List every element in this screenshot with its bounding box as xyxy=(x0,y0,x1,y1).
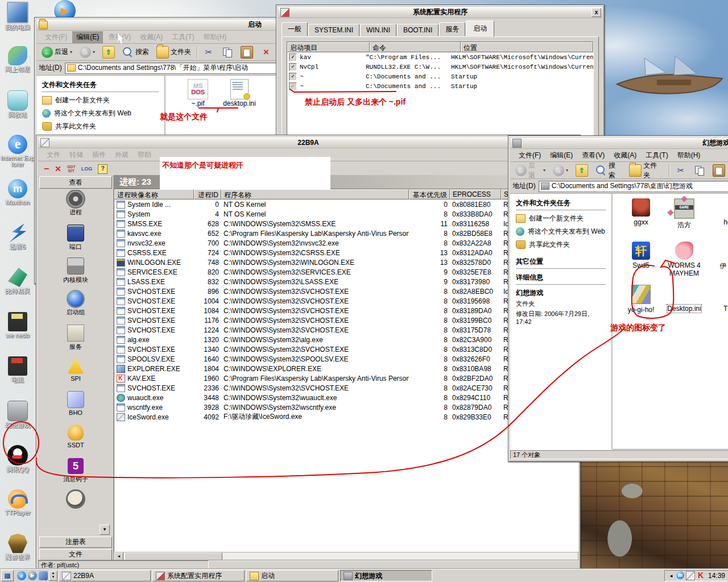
desktop-icon[interactable]: 幻想游戏 xyxy=(0,399,35,443)
quick-launch-icon[interactable] xyxy=(39,571,48,580)
remove-icon[interactable]: − xyxy=(44,164,49,174)
menu-item[interactable]: 文件(F) xyxy=(41,31,71,43)
column-header[interactable]: 程序名称 xyxy=(221,189,409,199)
folders-button[interactable]: 文件夹 xyxy=(626,159,666,182)
quick-launch-expander[interactable]: ▲▼ xyxy=(49,571,57,581)
close-button[interactable]: x xyxy=(592,8,601,17)
quick-launch-icon[interactable] xyxy=(28,571,37,580)
search-button[interactable]: 搜索 xyxy=(119,45,152,60)
up-button[interactable] xyxy=(573,163,591,178)
msconfig-titlebar[interactable]: 系统配置实用程序 x xyxy=(278,7,602,18)
menu-item[interactable]: 插件 xyxy=(88,149,110,161)
task-link[interactable]: 共享此文件夹 xyxy=(516,240,606,250)
menu-item[interactable]: 帮助(H) xyxy=(673,149,705,161)
tab[interactable]: 服务 xyxy=(439,22,465,36)
tray-icon[interactable] xyxy=(686,571,695,580)
scrollbar-thumb[interactable] xyxy=(125,552,222,560)
tray-icon[interactable] xyxy=(697,571,705,579)
sidebar-item[interactable]: 端口 xyxy=(38,223,113,257)
copy-button[interactable] xyxy=(691,163,708,178)
registry-button[interactable]: 注册表 xyxy=(39,537,112,548)
tray-icon[interactable] xyxy=(676,571,684,579)
column-header[interactable]: 命令 xyxy=(370,42,461,52)
column-header[interactable]: 启动项目 xyxy=(287,42,370,52)
desktop-icon[interactable]: 迅雷5 xyxy=(0,222,35,266)
desktop-icon[interactable]: 比特精灵 xyxy=(0,266,35,310)
menu-item[interactable]: 编辑(E) xyxy=(546,149,577,161)
startup-item-row[interactable]: kav "C:\Program Files... HKLM\SOFTWARE\M… xyxy=(287,52,593,62)
task-link[interactable]: 创建一个新文件夹 xyxy=(516,214,606,223)
horizontal-scrollbar[interactable]: ◄ xyxy=(114,552,578,561)
file-button[interactable]: 文件 xyxy=(39,549,112,560)
sidebar-item[interactable]: 进程 xyxy=(38,190,113,223)
file-item[interactable]: desktop.ini xyxy=(220,79,259,107)
forward-button[interactable]: ▾ xyxy=(550,163,571,178)
other-places-header[interactable]: 其它位置 xyxy=(516,253,606,269)
icesword-titlebar[interactable]: 22B9A xyxy=(38,137,578,148)
desktop-icon[interactable]: Maxthon xyxy=(0,177,35,222)
file-item[interactable]: ho xyxy=(706,198,728,242)
file-item[interactable]: Desktop.ini xyxy=(663,285,706,328)
file-item[interactable]: ggxx xyxy=(619,198,663,242)
up-button[interactable] xyxy=(100,44,118,60)
desktop-icon[interactable]: TTPlayer xyxy=(0,488,35,532)
desktop-icon[interactable]: we nedo xyxy=(0,310,35,355)
file-item[interactable]: yo-gi-ho! xyxy=(619,285,663,328)
tab[interactable]: 一般 xyxy=(282,22,308,36)
menu-item[interactable]: 文件 xyxy=(43,149,64,161)
sidebar-item[interactable]: 内核模块 xyxy=(38,256,113,290)
forward-button[interactable]: ▾ xyxy=(77,45,98,60)
paste-button[interactable] xyxy=(710,163,728,178)
column-header[interactable]: 进程ID xyxy=(194,189,221,199)
sidebar-item[interactable]: 服务 xyxy=(38,323,113,357)
task-link[interactable]: 共享此文件夹 xyxy=(42,122,159,131)
startup-item-row[interactable]: NvCpl RUNDLL32.EXE C:\W... HKLM\SOFTWARE… xyxy=(287,62,593,72)
column-header[interactable]: 进程映像名称 xyxy=(114,189,194,199)
sidebar-item[interactable]: SSDT xyxy=(38,423,113,457)
checkbox[interactable] xyxy=(289,63,297,71)
file-item[interactable]: Th xyxy=(706,285,728,328)
checkbox[interactable] xyxy=(289,53,297,61)
desktop-icon[interactable]: 网上邻居 xyxy=(0,44,35,89)
help-icon[interactable]: ? xyxy=(98,164,107,174)
desktop-icon[interactable]: 回收站 xyxy=(0,89,35,133)
view-header-button[interactable]: 查看 xyxy=(39,176,112,189)
taskbar-window-button[interactable]: 22B9A xyxy=(59,570,151,581)
sidebar-item[interactable] xyxy=(38,490,113,523)
cut-button[interactable] xyxy=(672,163,689,178)
menu-item[interactable]: 转储 xyxy=(65,149,87,161)
details-header[interactable]: 详细信息 xyxy=(516,269,606,285)
taskbar-window-button[interactable]: 幻想游戏 xyxy=(340,570,432,581)
checkbox[interactable] xyxy=(289,73,297,81)
task-link[interactable]: 将这个文件夹发布到 Web xyxy=(516,227,606,236)
fantasy-titlebar[interactable]: 幻想游戏 xyxy=(510,138,728,149)
desktop-icon[interactable]: 腾讯QQ xyxy=(0,443,35,488)
tab[interactable]: WIN.INI xyxy=(360,24,396,36)
file-item[interactable]: Swd5 xyxy=(619,242,663,285)
taskbar-window-button[interactable]: 系统配置实用程序 xyxy=(152,570,245,581)
gdt-idt-button[interactable]: GDTIDT xyxy=(67,165,76,173)
startup-item-row[interactable]: ~ C:\Documents and ... Startup xyxy=(287,81,593,91)
sidebar-item[interactable]: BHO xyxy=(38,390,113,423)
sidebar-item[interactable]: 启动组 xyxy=(38,290,113,323)
desktop-icon[interactable]: 电流 xyxy=(0,355,35,399)
menu-item[interactable]: 工具(T) xyxy=(168,31,198,43)
startup-item-row[interactable]: ~ C:\Documents and ... Startup xyxy=(287,72,593,81)
file-item[interactable]: WORMS 4 MAYHEM xyxy=(663,242,706,285)
checkbox[interactable] xyxy=(289,82,297,90)
menu-item[interactable]: 帮助 xyxy=(134,149,155,161)
kill-icon[interactable]: ✕ xyxy=(55,164,61,173)
cut-button[interactable] xyxy=(200,45,217,60)
paste-button[interactable] xyxy=(238,44,256,60)
delete-button[interactable] xyxy=(258,45,275,60)
taskbar-window-button[interactable]: 启动 xyxy=(246,570,338,581)
menu-item[interactable]: 帮助(H) xyxy=(200,31,231,43)
copy-button[interactable] xyxy=(219,45,236,60)
task-link[interactable]: 创建一个新文件夹 xyxy=(42,95,159,105)
sidebar-scroll-down-button[interactable]: ▼ xyxy=(100,525,110,535)
folders-button[interactable]: 文件夹 xyxy=(154,44,194,60)
tab[interactable]: BOOT.INI xyxy=(397,24,439,36)
address-input[interactable]: C:\Documents and Settings\778\桌面\幻想游戏 xyxy=(539,181,728,192)
file-item[interactable]: 浩方 xyxy=(663,198,706,242)
desktop-icon[interactable]: 我的电脑 xyxy=(0,0,35,44)
